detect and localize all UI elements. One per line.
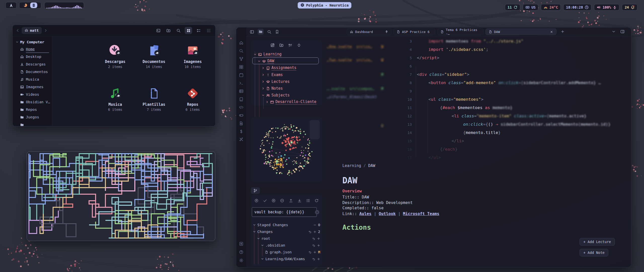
ribbon-terminal-button[interactable] <box>239 81 244 85</box>
back-button[interactable] <box>16 28 20 32</box>
new-tab-button[interactable] <box>561 30 565 33</box>
create-folder-button[interactable] <box>165 27 172 34</box>
git-row-staged-changes[interactable]: Staged Changes0 <box>253 222 320 228</box>
tree-item-lectures[interactable]: Lectures <box>262 79 290 84</box>
open-terminal-button[interactable] <box>154 27 162 34</box>
git-row-learning-daw-exams[interactable]: Learning/DAW/Exams <box>253 256 320 262</box>
git-plus-action[interactable] <box>317 237 320 240</box>
git-plus-action[interactable] <box>317 257 320 261</box>
nav-bookmark-button[interactable] <box>275 30 279 34</box>
ribbon-tools-button[interactable] <box>239 137 244 142</box>
sidebar-item-musica[interactable]: Musica <box>13 76 52 83</box>
note-link-aules[interactable]: Aules <box>359 211 371 216</box>
tab-pin-icon[interactable] <box>385 30 388 33</box>
ribbon-home-button[interactable] <box>239 41 244 45</box>
view-grid-button[interactable] <box>185 27 192 34</box>
graph-settings-button[interactable] <box>313 124 317 128</box>
file-item-musica[interactable]: Musica6 items <box>98 86 133 112</box>
ribbon-table-button[interactable] <box>239 89 244 93</box>
git-undo-action[interactable] <box>312 257 315 261</box>
nav-panel-left-button[interactable] <box>250 30 254 34</box>
sidebar-item-home[interactable]: Home <box>13 45 52 53</box>
file-item-documentos[interactable]: Documentos14 items <box>136 43 172 69</box>
right-sidebar-toggle[interactable] <box>620 29 625 34</box>
file-item-juegos[interactable]: Juegos8 items <box>214 43 216 69</box>
git-undo-action[interactable] <box>308 230 312 233</box>
git-plus-action[interactable] <box>313 251 316 254</box>
ribbon-gear-button[interactable] <box>239 258 244 263</box>
dock[interactable] <box>19 2 41 9</box>
graph-filter-button[interactable] <box>313 131 317 136</box>
tab-list-dropdown[interactable] <box>612 30 616 33</box>
file-item-imagenes[interactable]: Imagenes10 items <box>175 43 210 69</box>
dock-app-document[interactable] <box>30 3 37 8</box>
git-row-root[interactable]: root <box>253 236 320 241</box>
git-row-graph-json[interactable]: graph.jsonM <box>253 249 320 255</box>
file-item-videos[interactable]: Videos4 items <box>214 86 216 112</box>
view-compact-button[interactable] <box>205 27 212 34</box>
ribbon-git-fork-button[interactable] <box>239 57 244 61</box>
ribbon-help-button[interactable] <box>239 250 244 254</box>
git-plus-action[interactable] <box>313 230 316 233</box>
ribbon-code-tag-button[interactable] <box>239 105 244 110</box>
git-panel-tab[interactable] <box>251 187 260 194</box>
tree-item-exams[interactable]: Exams <box>262 72 283 78</box>
tab-daw[interactable]: DAW <box>486 28 556 35</box>
sidebar-item-juegos[interactable]: Juegos <box>13 113 52 121</box>
git-row-changes[interactable]: Changes2 <box>253 229 320 234</box>
tray-updates[interactable]: 11 <box>505 4 520 11</box>
note-link-outlook[interactable]: Outlook <box>379 211 396 216</box>
ribbon-layout-grid-button[interactable] <box>239 65 244 69</box>
git-undo-action[interactable] <box>308 251 312 254</box>
tree-item-subjects[interactable]: Subjects <box>262 92 290 98</box>
sidebar-item-partial[interactable] <box>13 121 52 126</box>
git-undo-action[interactable] <box>312 244 315 247</box>
tray-volume[interactable]: 100% <box>594 4 619 11</box>
git-row--obsidian[interactable]: .obsidian <box>253 243 320 248</box>
file-item-plantillas[interactable]: Plantillas7 items <box>136 86 172 112</box>
git-minus-action[interactable] <box>313 223 316 227</box>
search-button[interactable] <box>175 27 182 34</box>
ribbon-search-button[interactable] <box>239 49 244 53</box>
tab-tema-6-pr-cticas-[interactable]: Tema 6 Prácticas -… <box>437 28 484 35</box>
note-breadcrumb[interactable]: Learning / DAW <box>342 163 375 168</box>
tray-notifications[interactable]: 24 <box>622 4 637 11</box>
add-note-button[interactable]: + Add Note <box>580 249 608 256</box>
sidebar-section-my-computer[interactable]: My Computer <box>13 39 52 45</box>
tree-item-assignments[interactable]: Assignments <box>262 65 296 71</box>
ribbon-gamepad-button[interactable] <box>239 113 244 118</box>
tab-asp-practice-6[interactable]: ASP Practice 6 <box>393 28 435 35</box>
tree-item-notes[interactable]: Notes <box>262 86 283 91</box>
sidebar-item-descargas[interactable]: Descargas <box>13 60 52 68</box>
tree-item-learning[interactable]: Learning <box>254 52 281 57</box>
tree-item-daw[interactable]: DAW <box>258 58 274 64</box>
sidebar-item-documentos[interactable]: Documentos <box>13 68 52 76</box>
now-playing-widget[interactable]: Polyphia - Neurotica <box>298 2 351 9</box>
note-link-microsoft-teams[interactable]: Microsoft Teams <box>403 211 439 216</box>
ribbon-file-search-button[interactable] <box>239 121 244 126</box>
ribbon-book-button[interactable] <box>239 97 244 101</box>
tray-clock[interactable]: 18:08:28 <box>563 4 591 11</box>
sidebar-item-repos[interactable]: Repos <box>13 106 52 113</box>
forward-button[interactable] <box>44 28 48 32</box>
launcher-button[interactable] <box>6 2 17 9</box>
ribbon-vault-button[interactable] <box>239 242 244 246</box>
tree-item-desarrollo-cliente[interactable]: Desarrollo-Cliente <box>266 99 316 105</box>
sidebar-item-videos[interactable]: Videos <box>13 91 52 98</box>
tab-close-icon[interactable] <box>550 30 553 33</box>
tray-keyboard-layout[interactable]: US <box>523 4 538 11</box>
git-plus-action[interactable] <box>317 244 320 247</box>
location-button[interactable]: matt <box>22 27 42 34</box>
file-item-repos[interactable]: Repos6 items <box>175 86 210 112</box>
git-undo-action[interactable] <box>312 237 315 240</box>
ribbon-calendar-button[interactable] <box>239 73 244 77</box>
nav-search-button[interactable] <box>267 30 271 34</box>
add-lecture-button[interactable]: + Add Lecture <box>580 238 615 246</box>
sidebar-item-imagenes[interactable]: Imagenes <box>13 83 52 91</box>
sidebar-item-desktop[interactable]: Desktop <box>13 53 52 60</box>
tray-weather[interactable]: 24°C <box>541 4 561 11</box>
dock-app-firefox[interactable] <box>23 3 28 8</box>
ribbon-dollar-button[interactable] <box>239 129 244 134</box>
sidebar-item-obsidianv[interactable]: Obsidian V… <box>13 98 52 106</box>
view-list-button[interactable] <box>195 27 202 34</box>
